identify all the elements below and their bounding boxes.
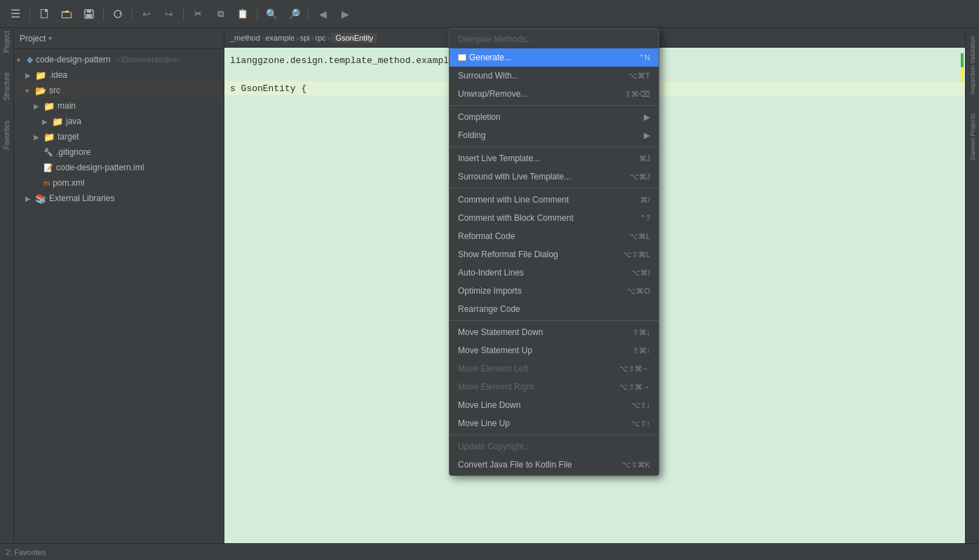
breadcrumb-current[interactable]: GsonEntity (331, 33, 377, 43)
tree-expand-java[interactable]: ▶ (42, 118, 49, 125)
tree-expand-main[interactable]: ▶ (34, 102, 41, 110)
project-panel: Project ▾ ▾ ◆ code-design-pattern ~/Docu… (14, 28, 224, 560)
optimize-imports-label: Optimize Imports (458, 286, 616, 296)
menu-item-unwrap[interactable]: Unwrap/Remove... ⇧⌘⌫ (450, 85, 659, 103)
surround-with-label: Surround With... (458, 71, 617, 81)
undo-button[interactable]: ↩ (137, 4, 156, 24)
menu-sep-3 (450, 188, 659, 189)
menu-item-move-stmt-down[interactable]: Move Statement Down ⇧⌘↓ (450, 323, 659, 341)
editor-region: _method › example › spi › rpc › GsonEnti… (224, 28, 965, 560)
favorites-tab[interactable]: 2: Favorites (6, 548, 46, 556)
redo-button[interactable]: ↪ (159, 4, 179, 24)
gutter-mark-2 (961, 68, 964, 82)
menu-item-convert-kotlin[interactable]: Convert Java File to Kotlin File ⌥⇧⌘K (450, 456, 659, 474)
tree-suffix-root: ~/Documents/dev- (116, 55, 180, 64)
forward-button[interactable]: ▶ (335, 4, 355, 24)
menu-item-move-stmt-up[interactable]: Move Statement Up ⇧⌘↑ (450, 341, 659, 360)
project-tab[interactable]: Project (1, 28, 12, 55)
structure-tab[interactable]: Structure (1, 69, 12, 104)
project-header-arrow[interactable]: ▾ (48, 34, 52, 42)
menu-item-generate[interactable]: Generate... ⌃N (450, 48, 659, 67)
breadcrumb-spi[interactable]: spi (300, 34, 310, 42)
menu-item-insert-live-template[interactable]: Insert Live Template... ⌘J (450, 149, 659, 168)
project-tree: ▾ ◆ code-design-pattern ~/Documents/dev-… (14, 49, 224, 560)
tree-expand-root[interactable]: ▾ (17, 56, 24, 64)
move-line-up-shortcut: ⌥⇧↑ (631, 419, 651, 428)
menu-button[interactable]: ☰ (6, 4, 25, 24)
open-button[interactable] (57, 4, 76, 24)
cut-button[interactable]: ✂ (188, 4, 208, 24)
menu-sep-4 (450, 320, 659, 321)
new-file-button[interactable] (34, 4, 54, 24)
back-button[interactable]: ◀ (313, 4, 332, 24)
breadcrumb-rpc[interactable]: rpc (315, 34, 325, 42)
tree-expand-target[interactable]: ▶ (34, 133, 41, 141)
menu-item-comment-block[interactable]: Comment with Block Comment ⌃? (450, 209, 659, 227)
move-line-up-label: Move Line Up (458, 418, 620, 428)
tree-item-main[interactable]: ▶ 📁 main (14, 98, 224, 114)
surround-live-label: Surround with Live Template... (458, 172, 619, 182)
menu-item-move-line-down[interactable]: Move Line Down ⌥⇧↓ (450, 396, 659, 414)
svg-rect-13 (87, 10, 91, 13)
move-stmt-down-shortcut: ⇧⌘↓ (633, 328, 651, 337)
optimize-imports-shortcut: ⌥⌘O (627, 287, 650, 296)
replace-button[interactable]: 🔎 (284, 4, 304, 24)
convert-kotlin-label: Convert Java File to Kotlin File (458, 460, 611, 470)
inspection-tab[interactable]: Inspection Validation (968, 34, 978, 97)
tree-item-pom[interactable]: ▶ m pom.xml (14, 175, 224, 191)
menu-item-rearrange[interactable]: Rearrange Code (450, 300, 659, 318)
menu-item-auto-indent[interactable]: Auto-Indent Lines ⌥⌘I (450, 264, 659, 282)
copy-button[interactable]: ⧉ (210, 4, 230, 24)
tree-item-root[interactable]: ▾ ◆ code-design-pattern ~/Documents/dev- (14, 52, 224, 67)
menu-item-move-line-up[interactable]: Move Line Up ⌥⇧↑ (450, 414, 659, 432)
git-icon: 🔧 (43, 148, 53, 157)
tree-expand-src[interactable]: ▾ (25, 87, 32, 95)
tree-label-iml: code-design-pattern.iml (56, 163, 144, 172)
folding-arrow: ▶ (644, 130, 650, 140)
tree-item-idea[interactable]: ▶ 📁 .idea (14, 67, 224, 83)
svg-rect-7 (62, 11, 62, 18)
menu-item-surround-live-template[interactable]: Surround with Live Template... ⌥⌘J (450, 168, 659, 186)
comment-block-label: Comment with Block Comment (458, 213, 628, 223)
right-side-tabs: Inspection Validation Darwen Projects (965, 28, 979, 560)
tree-item-gitignore[interactable]: ▶ 🔧 .gitignore (14, 144, 224, 160)
tree-item-java[interactable]: ▶ 📁 java (14, 114, 224, 129)
paste-button[interactable]: 📋 (233, 4, 252, 24)
menu-item-completion[interactable]: Completion ▶ (450, 108, 659, 126)
tree-expand-idea[interactable]: ▶ (25, 71, 32, 79)
menu-item-comment-line[interactable]: Comment with Line Comment ⌘/ (450, 191, 659, 209)
menu-sep-1 (450, 105, 659, 106)
tree-item-iml[interactable]: ▶ 📝 code-design-pattern.iml (14, 160, 224, 175)
show-reformat-shortcut: ⌥⇧⌘L (623, 250, 650, 259)
menu-sep-5 (450, 435, 659, 435)
menu-item-show-reformat[interactable]: Show Reformat File Dialog ⌥⇧⌘L (450, 245, 659, 264)
menu-item-surround-with[interactable]: Surround With... ⌥⌘T (450, 67, 659, 85)
move-line-down-shortcut: ⌥⇧↓ (631, 401, 651, 410)
find-button[interactable]: 🔍 (262, 4, 281, 24)
tree-expand-ext[interactable]: ▶ (25, 195, 32, 203)
menu-item-reformat[interactable]: Reformat Code ⌥⌘L (450, 227, 659, 245)
sync-button[interactable] (108, 4, 128, 24)
breadcrumb-sep-3: › (311, 34, 314, 42)
tree-label-gitignore: .gitignore (56, 147, 90, 157)
auto-indent-shortcut: ⌥⌘I (631, 268, 650, 278)
menu-item-folding[interactable]: Folding ▶ (450, 126, 659, 144)
tree-item-target[interactable]: ▶ 📁 target (14, 129, 224, 144)
darwen-tab[interactable]: Darwen Projects (968, 111, 978, 163)
project-header-title: Project (20, 34, 46, 43)
separator-3 (132, 7, 133, 21)
favorites-tab-left[interactable]: Favorites (1, 118, 12, 152)
breadcrumb-example[interactable]: example (265, 34, 295, 42)
unwrap-label: Unwrap/Remove... (458, 89, 614, 99)
tree-item-ext-libs[interactable]: ▶ 📚 External Libraries (14, 191, 224, 206)
tree-item-src[interactable]: ▾ 📂 src (14, 83, 224, 98)
comment-line-label: Comment with Line Comment (458, 195, 629, 205)
menu-item-delegate-methods[interactable]: Delegate Methods... (450, 30, 659, 48)
breadcrumb-method[interactable]: _method (230, 34, 260, 42)
save-button[interactable] (79, 4, 99, 24)
menu-item-move-elem-left[interactable]: Move Element Left ⌥⇧⌘← (450, 360, 659, 378)
menu-item-optimize-imports[interactable]: Optimize Imports ⌥⌘O (450, 282, 659, 300)
surround-live-shortcut: ⌥⌘J (630, 172, 651, 182)
menu-item-move-elem-right[interactable]: Move Element Right ⌥⇧⌘→ (450, 378, 659, 396)
menu-item-update-copyright[interactable]: Update Copyright... (450, 437, 659, 456)
